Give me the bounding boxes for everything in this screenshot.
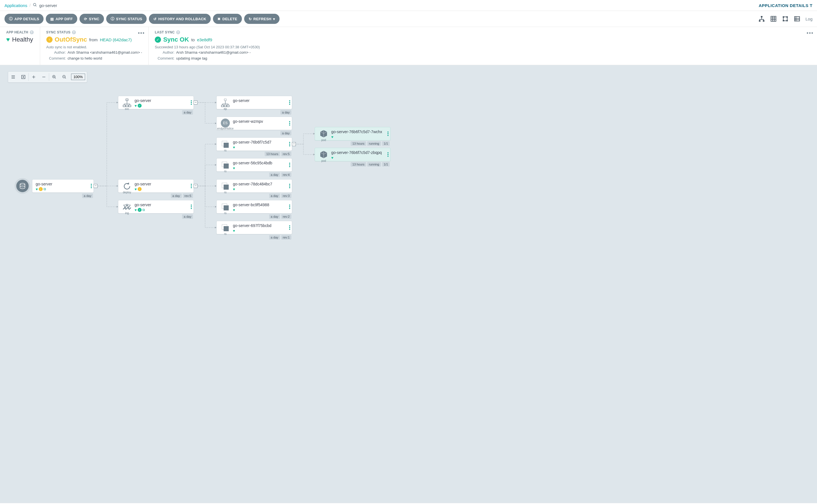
heart-icon: ♥	[331, 156, 333, 160]
out-of-sync-icon: ↑	[39, 187, 43, 191]
network-view-icon[interactable]	[782, 15, 789, 22]
rev-tag: rev:4	[281, 172, 291, 177]
node-replicaset[interactable]: rs go-server-bc9f54988♥ a dayrev:2	[216, 200, 292, 214]
page-title: APPLICATION DETAILS T	[759, 3, 813, 8]
more-menu-icon[interactable]: •••	[138, 30, 145, 36]
topbar: Applications / go-server APPLICATION DET…	[0, 0, 817, 11]
run-tag: running	[367, 162, 381, 167]
rev-tag: rev:5	[281, 152, 291, 156]
sync-button[interactable]: ⟳SYNC	[80, 14, 104, 24]
zoom-input[interactable]	[71, 74, 85, 80]
collapse-toggle[interactable]: −	[94, 184, 97, 188]
delete-button[interactable]: ✖DELETE	[213, 14, 242, 24]
svg-line-31	[65, 78, 66, 78]
node-deployment[interactable]: deploy go-server ♥↑ − a dayrev:5	[118, 179, 194, 193]
help-icon[interactable]: ?	[30, 30, 34, 34]
collapse-toggle[interactable]: −	[194, 184, 198, 188]
time-tag: a day	[171, 194, 182, 198]
node-pod[interactable]: pod go-server-76b6f7c5d7-zbqpq♥ 13 hours…	[315, 148, 391, 161]
svg-rect-41	[224, 105, 226, 107]
node-menu-icon[interactable]	[91, 184, 92, 188]
rev-tag: rev:5	[183, 194, 193, 198]
list-view-icon[interactable]	[794, 15, 800, 22]
kind-label: rs	[224, 170, 226, 173]
node-replicaset[interactable]: rs go-server-78dc484bc7♥ a dayrev:3	[216, 179, 292, 193]
out-of-sync-icon: ↑	[46, 37, 53, 43]
node-menu-icon[interactable]	[387, 152, 389, 157]
node-menu-icon[interactable]	[289, 142, 290, 146]
node-replicaset[interactable]: rs go-server-697f75bcbd♥ a dayrev:1	[216, 221, 292, 234]
node-menu-icon[interactable]	[289, 225, 290, 230]
breadcrumb-separator: /	[29, 3, 31, 8]
app-icon	[15, 178, 30, 194]
heart-icon: ♥	[6, 36, 10, 43]
node-service[interactable]: svc go-server ♥✓ − a day	[118, 96, 194, 109]
node-pod[interactable]: pod go-server-76b6f7c5d7-7wchx♥ 13 hours…	[315, 127, 391, 140]
node-endpointslice[interactable]: ES endpointslice go-server-wzmpv a day	[216, 117, 292, 130]
sync-status-button[interactable]: ⓘSYNC STATUS	[106, 14, 147, 24]
zoom-out-icon[interactable]	[59, 72, 69, 82]
from-label: from	[89, 37, 97, 42]
node-endpoint[interactable]: ep go-server a day	[216, 96, 292, 109]
node-application[interactable]: go-server ♥ ↑ ⧉ − a day	[15, 178, 94, 194]
deploy-icon	[122, 181, 132, 191]
help-icon[interactable]: ?	[176, 30, 180, 34]
node-menu-icon[interactable]	[191, 205, 192, 209]
last-sync-card: LAST SYNC? ••• ✓ Sync OK to e3e8df9 Succ…	[149, 27, 817, 65]
refresh-button[interactable]: ↻REFRESH▾	[244, 14, 280, 24]
history-rollback-button[interactable]: ↺HISTORY AND ROLLBACK	[149, 14, 211, 24]
kind-label: pod	[321, 159, 326, 162]
node-menu-icon[interactable]	[387, 131, 389, 136]
node-menu-icon[interactable]	[289, 121, 290, 126]
plus-icon[interactable]	[29, 72, 39, 82]
svg-rect-5	[771, 16, 776, 21]
kind-label: ep	[224, 107, 227, 110]
collapse-toggle[interactable]: −	[292, 142, 296, 146]
svg-rect-40	[221, 105, 224, 107]
help-icon[interactable]: ?	[72, 30, 76, 34]
info-icon: ⓘ	[9, 16, 13, 21]
fit-icon[interactable]	[18, 72, 28, 82]
node-menu-icon[interactable]	[191, 100, 192, 105]
grid-view-icon[interactable]	[770, 15, 777, 22]
node-menu-icon[interactable]	[289, 184, 290, 188]
hamburger-icon[interactable]	[8, 72, 18, 82]
external-link-icon[interactable]: ⧉	[44, 187, 46, 191]
svg-rect-2	[761, 16, 762, 17]
node-replicaset[interactable]: rs go-server-56c95c4bdb♥ a dayrev:4	[216, 158, 292, 172]
zoom-in-icon[interactable]	[49, 72, 59, 82]
external-link-icon[interactable]: ⧉	[142, 208, 145, 212]
node-menu-icon[interactable]	[289, 205, 290, 209]
svg-line-1	[35, 5, 36, 6]
rev-tag: rev:3	[281, 194, 291, 198]
collapse-toggle[interactable]: −	[194, 101, 198, 105]
node-title: go-server	[36, 182, 91, 186]
svg-rect-38	[129, 105, 131, 107]
tree-canvas[interactable]: go-server ♥ ↑ ⧉ − a day	[0, 65, 817, 503]
revision-link[interactable]: HEAD (642dac7)	[100, 37, 131, 42]
breadcrumb-root[interactable]: Applications	[4, 3, 27, 8]
node-ingress[interactable]: ing go-server ♥✓⧉ a day	[118, 200, 194, 214]
node-menu-icon[interactable]	[191, 184, 192, 188]
delete-icon: ✖	[217, 17, 221, 21]
minus-icon[interactable]	[39, 72, 49, 82]
node-menu-icon[interactable]	[289, 100, 290, 105]
node-menu-icon[interactable]	[289, 163, 290, 167]
time-tag: a day	[182, 214, 193, 219]
replicaset-icon	[220, 202, 230, 212]
revision-link[interactable]: e3e8df9	[197, 37, 212, 42]
app-diff-button[interactable]: ▤APP DIFF	[46, 14, 77, 24]
refresh-icon: ↻	[249, 17, 252, 21]
log-link[interactable]: Log	[805, 17, 813, 21]
comment-value: change to hello world	[68, 56, 102, 62]
svg-rect-39	[224, 99, 226, 101]
node-replicaset[interactable]: rs go-server-76b6f7c5d7♥ − 13 hoursrev:5	[216, 137, 292, 151]
tree-view-icon[interactable]	[758, 15, 765, 22]
last-sync-value: Sync OK	[163, 36, 189, 43]
heart-icon: ♥	[233, 229, 235, 233]
search-icon[interactable]	[33, 3, 37, 8]
svg-line-27	[55, 78, 56, 78]
more-menu-icon[interactable]: •••	[807, 30, 814, 36]
app-details-button[interactable]: ⓘAPP DETAILS	[4, 14, 44, 24]
node-title: go-server-bc9f54988	[233, 203, 290, 207]
